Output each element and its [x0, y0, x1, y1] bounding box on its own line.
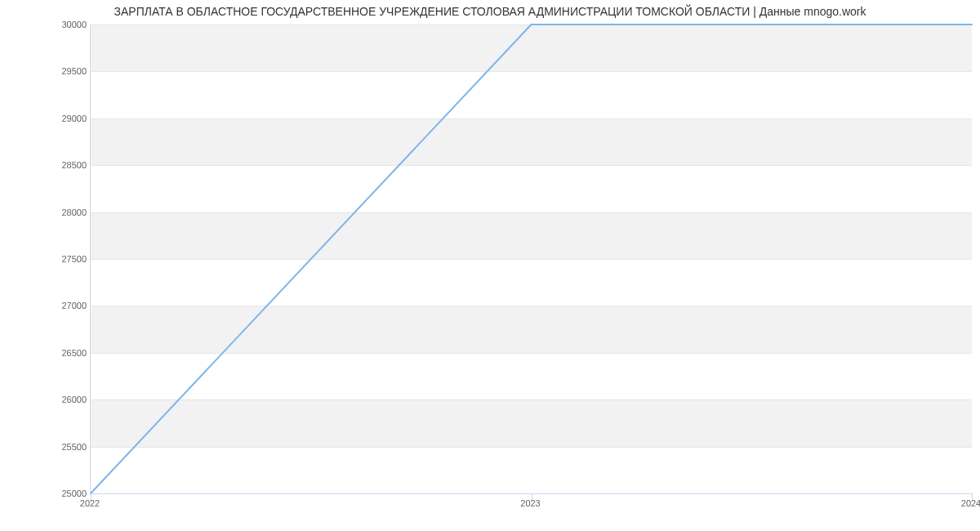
- y-tick-label: 25500: [5, 442, 87, 452]
- y-tick-label: 30000: [5, 20, 87, 29]
- y-tick-label: 29500: [5, 66, 87, 76]
- y-tick-label: 28000: [5, 207, 87, 217]
- y-tick-label: 26000: [5, 395, 87, 404]
- chart-container: ЗАРПЛАТА В ОБЛАСТНОЕ ГОСУДАРСТВЕННОЕ УЧР…: [0, 0, 980, 531]
- chart-title: ЗАРПЛАТА В ОБЛАСТНОЕ ГОСУДАРСТВЕННОЕ УЧР…: [0, 5, 980, 18]
- y-tick-label: 29000: [5, 114, 87, 123]
- x-tick-label: 2023: [520, 498, 540, 508]
- y-tick-label: 25000: [5, 489, 87, 498]
- line-series: [91, 25, 972, 493]
- x-tick-label: 2024: [961, 498, 980, 508]
- y-tick-label: 26500: [5, 348, 87, 358]
- y-tick-label: 27500: [5, 254, 87, 264]
- y-tick-label: 28500: [5, 160, 87, 170]
- x-tick-label: 2022: [80, 498, 100, 508]
- y-tick-label: 27000: [5, 301, 87, 310]
- plot-area: [90, 25, 972, 494]
